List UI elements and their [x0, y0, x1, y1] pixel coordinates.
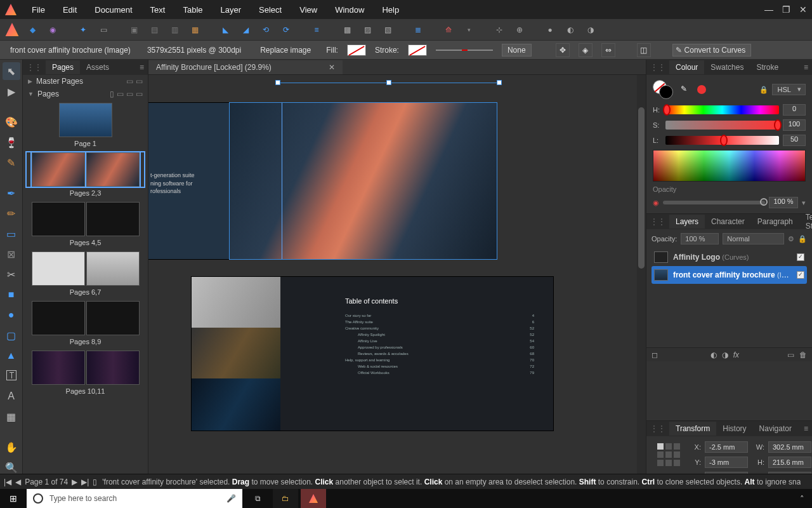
page-add-icon[interactable]: ▭ [126, 90, 133, 98]
transform-x[interactable]: -2.5 mm [705, 441, 748, 453]
rectangle-tool[interactable]: ■ [3, 286, 20, 304]
cycle-box-icon[interactable]: ⇔ [601, 43, 615, 57]
page-thumbnail[interactable]: Pages 6,7 [27, 251, 144, 296]
arrange-forward-icon[interactable]: ▥ [166, 22, 183, 38]
pen-tool[interactable]: ✒ [3, 184, 20, 202]
persona-photo-icon[interactable]: ◉ [44, 22, 61, 38]
view-single-icon[interactable]: ▯ [110, 90, 114, 98]
arrange-back-icon[interactable]: ▣ [126, 22, 142, 38]
gear-icon[interactable]: ⚙ [788, 235, 794, 243]
canvas[interactable]: t-generation suitening software forrofes… [148, 75, 646, 478]
lock-icon[interactable]: 🔒 [798, 235, 807, 243]
layer-row[interactable]: Affinity Logo (Curves)✓ [652, 248, 807, 266]
node-tool[interactable]: ▶ [3, 83, 20, 100]
eyedropper-icon[interactable]: ✎ [681, 84, 691, 95]
page-thumbnail[interactable]: Pages 8,9 [27, 301, 144, 345]
lig-slider[interactable] [665, 136, 779, 145]
opacity-dd-icon[interactable]: ▾ [802, 199, 806, 207]
image-bbox[interactable] [229, 102, 497, 260]
transform-w[interactable]: 302.5 mm [768, 441, 811, 453]
noise-icon[interactable]: ◉ [653, 199, 659, 207]
delete-layer-icon[interactable]: 🗑 [799, 351, 807, 359]
tab-assets[interactable]: Assets [80, 60, 115, 74]
master-pages-section[interactable]: ▶Master Pages ▭▭ [23, 75, 148, 88]
pan-tool[interactable]: ✋ [3, 438, 20, 456]
add-page-icon[interactable]: ▭ [95, 22, 112, 38]
fill-swatch[interactable] [347, 44, 366, 56]
tab-navigator[interactable]: Navigator [753, 422, 798, 436]
close-icon[interactable]: ✕ [329, 63, 335, 72]
pencil-tool[interactable]: ✏ [3, 204, 20, 222]
menu-edit[interactable]: Edit [54, 1, 86, 18]
close-icon[interactable]: ✕ [799, 4, 807, 15]
fill-tool[interactable]: 🍷 [3, 133, 20, 151]
colour-model-dropdown[interactable]: HSL [772, 84, 806, 95]
mask-icon[interactable]: ◻ [652, 351, 658, 359]
selection-handle[interactable] [386, 80, 391, 85]
fx-icon[interactable]: fx [733, 351, 739, 359]
nav-next-icon[interactable]: ▶ [72, 478, 77, 486]
style-picker-tool[interactable]: 🎨 [3, 113, 20, 131]
taskbar-search[interactable]: Type here to search 🎤 [27, 489, 242, 508]
menu-text[interactable]: Text [141, 1, 174, 18]
system-tray[interactable]: ˄ [792, 494, 812, 504]
explorer-icon[interactable]: 🗀 [273, 489, 298, 508]
menu-window[interactable]: Window [326, 1, 373, 18]
menu-document[interactable]: Document [86, 1, 141, 18]
tab-stroke[interactable]: Stroke [750, 60, 785, 74]
tab-character[interactable]: Character [705, 215, 751, 229]
rotate-ccw-icon[interactable]: ⟲ [258, 22, 274, 38]
boolean-add-icon[interactable]: ● [542, 22, 558, 38]
nav-first-icon[interactable]: |◀ [4, 478, 11, 486]
minimize-icon[interactable]: — [764, 4, 773, 15]
page-del-icon[interactable]: ▭ [136, 90, 143, 98]
panel-menu-icon[interactable]: ≡ [800, 424, 812, 433]
clip-icon[interactable]: ⊹ [491, 22, 508, 38]
start-button[interactable]: ⊞ [0, 489, 27, 508]
baseline-icon[interactable]: ≣ [410, 22, 426, 38]
page-thumbnail[interactable]: Pages 2,3 [27, 152, 144, 197]
hue-value[interactable]: 0 [783, 104, 806, 116]
snapping-icon[interactable]: ⟰ [440, 22, 457, 38]
align-left-icon[interactable]: ≡ [308, 22, 325, 38]
nav-prev-icon[interactable]: ◀ [15, 478, 21, 486]
selection-handle[interactable] [497, 80, 502, 85]
page-thumbnail[interactable]: Pages 10,11 [27, 351, 144, 395]
menu-table[interactable]: Table [174, 1, 211, 18]
ellipse-tool[interactable]: ● [3, 306, 20, 324]
transform-y[interactable]: -3 mm [705, 457, 748, 468]
snapping-dd-icon[interactable]: ▾ [461, 22, 477, 38]
frame-text-tool[interactable]: 🅃 [3, 367, 20, 385]
panel-grip-icon[interactable]: ⋮⋮ [23, 63, 46, 72]
tab-paragraph[interactable]: Paragraph [751, 215, 799, 229]
panel-grip-icon[interactable]: ⋮⋮ [646, 217, 669, 226]
master-add-icon[interactable]: ▭ [136, 77, 143, 86]
fx3-icon[interactable]: ▧ [379, 22, 396, 38]
pages-thumbnail-list[interactable]: Page 1Pages 2,3Pages 4,5Pages 6,7Pages 8… [23, 100, 148, 489]
replace-image-button[interactable]: Replace image [254, 43, 317, 57]
colour-wells[interactable] [653, 80, 674, 99]
transform-origin-icon[interactable]: ◫ [637, 43, 651, 57]
panel-grip-icon[interactable]: ⋮⋮ [646, 63, 669, 72]
tab-textstyles[interactable]: Text Styles [799, 210, 812, 233]
menu-select[interactable]: Select [250, 1, 291, 18]
selection-handle[interactable] [275, 80, 280, 85]
move-tool[interactable]: ⬉ [3, 62, 20, 80]
tab-layers[interactable]: Layers [669, 215, 705, 229]
restore-icon[interactable]: ❐ [782, 4, 790, 15]
menu-file[interactable]: File [23, 1, 54, 18]
page-thumbnail[interactable]: Pages 4,5 [27, 202, 144, 246]
layer-opacity-dropdown[interactable]: 100 % [681, 233, 719, 244]
fx-icon[interactable]: ▩ [339, 22, 355, 38]
blend-mode-dropdown[interactable]: Normal [723, 233, 784, 244]
sat-value[interactable]: 100 [783, 119, 806, 131]
arrange-front-icon[interactable]: ▦ [187, 22, 203, 38]
picture-frame-tool[interactable]: ▭ [3, 225, 20, 243]
adjustment-icon[interactable]: ◐ [710, 351, 717, 359]
mic-icon[interactable]: 🎤 [226, 494, 236, 503]
vertical-scrollbar[interactable] [637, 75, 646, 479]
convert-curves-button[interactable]: ✎ Convert to Curves [672, 44, 752, 57]
preflight-icon[interactable]: ✦ [75, 22, 91, 38]
view-spread-icon[interactable]: ▭ [117, 90, 124, 98]
lock-children-icon[interactable]: ✥ [556, 43, 570, 57]
